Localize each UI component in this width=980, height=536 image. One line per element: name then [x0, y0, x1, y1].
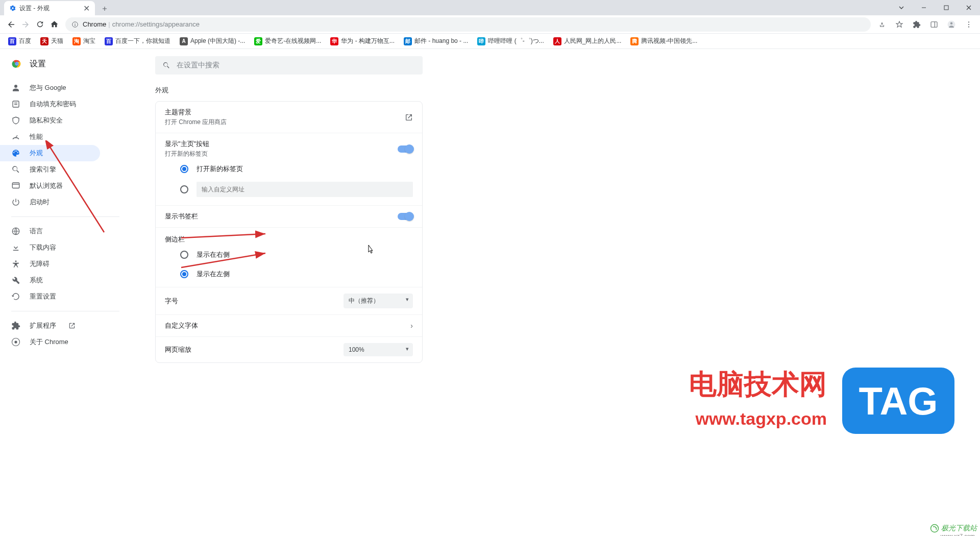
bookmark-item[interactable]: 淘淘宝 [69, 36, 99, 46]
autofill-icon [11, 100, 20, 109]
sidebar-item-wrench[interactable]: 系统 [0, 272, 100, 288]
favicon: 百 [8, 37, 16, 45]
browser-tab[interactable]: 设置 - 外观 ✕ [4, 1, 95, 15]
home-button-toggle[interactable] [398, 145, 413, 153]
bookmarks-bar-label: 显示书签栏 [165, 212, 198, 221]
home-radio-newtab[interactable]: 打开新的标签页 [156, 160, 422, 178]
page-title: 设置 [30, 59, 46, 69]
sidebar-item-power[interactable]: 启动时 [0, 194, 100, 210]
bookmark-item[interactable]: 百百度一下，你就知道 [102, 36, 174, 46]
favicon: 百 [105, 37, 113, 45]
page-zoom-select[interactable]: 100% [344, 343, 413, 356]
custom-font-row[interactable]: 自定义字体 › [156, 315, 422, 337]
speed-icon [11, 132, 20, 141]
sidebar-item-a11y[interactable]: 无障碍 [0, 256, 100, 272]
favicon: 华 [330, 37, 338, 45]
sidebar-item-shield[interactable]: 隐私和安全 [0, 112, 100, 129]
home-button[interactable] [47, 17, 61, 32]
window-dropdown[interactable] [890, 0, 913, 15]
favicon: 淘 [72, 37, 81, 45]
bookmark-item[interactable]: 邮邮件 - huang bo - ... [401, 36, 471, 46]
sidebar-item-search[interactable]: 搜索引擎 [0, 161, 100, 178]
sidebar-item-download[interactable]: 下载内容 [0, 239, 100, 256]
forward-button[interactable] [18, 17, 33, 32]
watermark-text: 电脑技术网 [689, 366, 827, 403]
sidebar-item-person[interactable]: 您与 Google [0, 80, 100, 96]
download-icon [11, 243, 20, 252]
theme-subtitle: 打开 Chrome 应用商店 [165, 118, 227, 127]
url-path: chrome://settings/appearance [112, 20, 200, 28]
window-minimize[interactable] [913, 0, 935, 15]
custom-url-input[interactable] [197, 182, 413, 197]
sidebar-item-browser[interactable]: 默认浏览器 [0, 178, 100, 194]
svg-rect-20 [12, 183, 19, 188]
sidepanel-icon[interactable] [927, 17, 941, 32]
extensions-icon[interactable] [910, 17, 924, 32]
new-tab-button[interactable] [98, 2, 111, 15]
favicon: 爱 [254, 37, 262, 45]
sidepanel-radio-right[interactable]: 显示在右侧 [156, 245, 422, 264]
favicon: 邮 [404, 37, 412, 45]
share-icon[interactable] [875, 17, 889, 32]
shield-icon [11, 116, 20, 125]
address-bar[interactable]: Chrome | chrome://settings/appearance [65, 17, 871, 32]
sidebar-item-globe[interactable]: 语言 [0, 223, 100, 239]
tab-title: 设置 - 外观 [19, 4, 83, 13]
tab-close-button[interactable]: ✕ [83, 5, 90, 12]
favicon: A [180, 37, 188, 45]
font-size-select[interactable]: 中（推荐） [344, 294, 413, 308]
svg-point-3 [75, 23, 75, 23]
section-title: 外观 [155, 86, 960, 95]
home-button-title: 显示"主页"按钮 [165, 139, 209, 149]
menu-icon[interactable] [962, 17, 976, 32]
window-maximize[interactable] [935, 0, 958, 15]
wrench-icon [11, 276, 20, 285]
bookmark-item[interactable]: 腾腾讯视频-中国领先... [627, 36, 700, 46]
sidebar-item-autofill[interactable]: 自动填充和密码 [0, 96, 100, 112]
radio-checked-icon [180, 270, 188, 278]
svg-point-11 [968, 26, 969, 27]
sidebar-item-reset[interactable]: 重置设置 [0, 288, 100, 305]
sidepanel-radio-left[interactable]: 显示在左侧 [156, 264, 422, 284]
ext-icon [11, 321, 20, 330]
favicon: 哔 [477, 37, 485, 45]
external-link-icon [405, 113, 413, 121]
bookmark-item[interactable]: 爱爱奇艺-在线视频网... [251, 36, 324, 46]
svg-point-15 [16, 63, 18, 65]
back-button[interactable] [4, 17, 18, 32]
external-link-icon [68, 322, 76, 329]
svg-point-23 [15, 260, 17, 262]
reload-button[interactable] [33, 17, 47, 32]
bookmark-item[interactable]: AApple (中国大陆) -... [177, 36, 248, 46]
svg-rect-1 [944, 6, 948, 10]
svg-point-8 [950, 22, 953, 25]
window-close[interactable] [958, 0, 980, 15]
theme-row[interactable]: 主题背景 打开 Chrome 应用商店 [156, 102, 422, 133]
appearance-card: 主题背景 打开 Chrome 应用商店 显示"主页"按钮 打开新的标签页 打开新… [155, 101, 423, 363]
site-info-icon[interactable] [71, 21, 79, 28]
radio-unchecked-icon [180, 185, 188, 193]
home-radio-custom[interactable] [156, 178, 422, 201]
chevron-right-icon: › [410, 322, 413, 330]
bookmark-star-icon[interactable] [892, 17, 906, 32]
url-origin: Chrome [83, 20, 106, 28]
bookmarks-bar: 百百度天天猫淘淘宝百百度一下，你就知道AApple (中国大陆) -...爱爱奇… [0, 34, 980, 49]
bookmarks-bar-toggle[interactable] [398, 213, 413, 220]
sidebar-item-speed[interactable]: 性能 [0, 129, 100, 145]
font-size-row: 字号 中（推荐） [156, 287, 422, 315]
bookmark-item[interactable]: 百百度 [5, 36, 34, 46]
svg-point-30 [931, 525, 939, 532]
globe-icon [11, 227, 20, 236]
bookmark-item[interactable]: 哔哔哩哔哩 (゜-゜)つ... [474, 36, 547, 46]
settings-search-input[interactable]: 在设置中搜索 [155, 56, 423, 75]
bookmark-item[interactable]: 天天猫 [37, 36, 66, 46]
browser-toolbar: Chrome | chrome://settings/appearance [0, 15, 980, 34]
home-button-sub: 打开新的标签页 [165, 150, 209, 158]
bookmark-item[interactable]: 华华为 - 构建万物互... [327, 36, 398, 46]
a11y-icon [11, 259, 20, 269]
sidebar-item-palette[interactable]: 外观 [0, 145, 100, 161]
profile-icon[interactable] [944, 17, 959, 32]
bookmark-item[interactable]: 人人民网_网上的人民... [550, 36, 625, 46]
sidebar-item-chrome[interactable]: 关于 Chrome [0, 334, 100, 350]
sidebar-item-ext[interactable]: 扩展程序 [0, 318, 100, 334]
